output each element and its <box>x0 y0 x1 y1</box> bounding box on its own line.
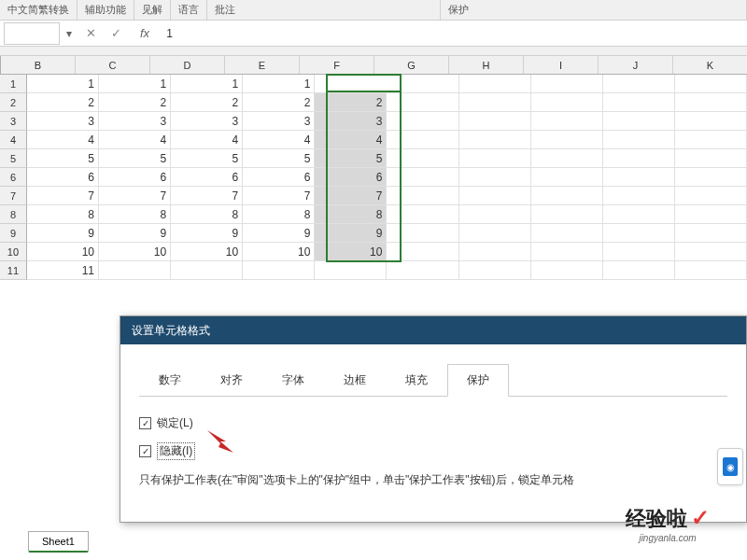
col-header-F[interactable]: F <box>300 56 374 74</box>
ribbon-group-insights[interactable]: 见解 <box>134 0 171 21</box>
cell[interactable]: 1 <box>99 75 171 93</box>
cell[interactable] <box>387 243 458 261</box>
cell[interactable]: 6 <box>99 168 171 187</box>
confirm-icon[interactable]: ✓ <box>111 26 121 40</box>
cell[interactable] <box>531 261 603 280</box>
cell[interactable]: 4 <box>27 131 99 149</box>
cell[interactable] <box>675 75 747 93</box>
cell[interactable] <box>387 224 458 243</box>
row-header-4[interactable]: 4 <box>0 131 27 149</box>
cell[interactable] <box>603 243 675 261</box>
cell[interactable]: 3 <box>27 112 99 131</box>
sheet-tab-1[interactable]: Sheet1 <box>28 531 89 553</box>
cell[interactable] <box>459 75 531 93</box>
cell[interactable] <box>603 93 675 112</box>
cell[interactable] <box>531 112 603 131</box>
cell[interactable]: 3 <box>171 112 243 131</box>
cell[interactable] <box>459 205 531 224</box>
cell[interactable]: 7 <box>315 187 387 205</box>
ribbon-group-protect[interactable]: 保护 <box>441 0 747 21</box>
cell[interactable]: 2 <box>171 93 243 112</box>
col-header-K[interactable]: K <box>673 56 747 74</box>
tab-align[interactable]: 对齐 <box>201 364 262 397</box>
cell[interactable]: 1 <box>315 75 387 93</box>
cell[interactable]: 5 <box>315 149 387 168</box>
cell[interactable]: 6 <box>171 168 243 187</box>
cell[interactable] <box>675 187 747 205</box>
row-header-5[interactable]: 5 <box>0 149 27 168</box>
cell[interactable] <box>675 205 747 224</box>
cell[interactable] <box>603 131 675 149</box>
cell[interactable] <box>603 224 675 243</box>
cell[interactable] <box>459 112 531 131</box>
cell[interactable]: 9 <box>171 224 243 243</box>
cell[interactable]: 7 <box>27 187 99 205</box>
cell[interactable] <box>531 149 603 168</box>
col-header-G[interactable]: G <box>374 56 449 74</box>
cell[interactable]: 8 <box>243 205 315 224</box>
cell[interactable]: 1 <box>171 75 243 93</box>
tab-font[interactable]: 字体 <box>262 364 324 397</box>
cell[interactable] <box>459 261 531 280</box>
cell[interactable] <box>675 131 747 149</box>
hide-checkbox[interactable]: ✓ <box>139 445 151 457</box>
cell[interactable]: 9 <box>315 224 387 243</box>
cell[interactable]: 10 <box>171 243 243 261</box>
cell[interactable]: 2 <box>99 93 171 112</box>
cell[interactable]: 9 <box>243 224 315 243</box>
cell[interactable] <box>171 261 243 280</box>
row-header-6[interactable]: 6 <box>0 168 27 187</box>
row-header-3[interactable]: 3 <box>0 112 27 131</box>
cell[interactable] <box>387 205 458 224</box>
cell[interactable]: 2 <box>315 93 387 112</box>
name-box[interactable] <box>4 22 60 45</box>
cell[interactable]: 5 <box>243 149 315 168</box>
cell[interactable]: 3 <box>315 112 387 131</box>
cell[interactable] <box>459 187 531 205</box>
row-header-9[interactable]: 9 <box>0 224 27 243</box>
cell[interactable] <box>675 261 747 280</box>
cell[interactable]: 5 <box>27 149 99 168</box>
row-header-10[interactable]: 10 <box>0 243 27 261</box>
cell[interactable] <box>675 224 747 243</box>
cell[interactable]: 4 <box>315 131 387 149</box>
cell[interactable]: 9 <box>99 224 171 243</box>
cell[interactable] <box>459 243 531 261</box>
cell[interactable] <box>603 149 675 168</box>
col-header-I[interactable]: I <box>524 56 599 74</box>
cell[interactable]: 8 <box>27 205 99 224</box>
cell[interactable] <box>387 75 458 93</box>
cell[interactable] <box>243 261 315 280</box>
cell[interactable]: 2 <box>243 93 315 112</box>
cell[interactable] <box>99 261 171 280</box>
cell[interactable]: 10 <box>27 243 99 261</box>
cell[interactable] <box>459 93 531 112</box>
cell[interactable]: 6 <box>315 168 387 187</box>
cell[interactable] <box>387 131 458 149</box>
cell[interactable]: 2 <box>27 93 99 112</box>
cell[interactable]: 3 <box>99 112 171 131</box>
cell[interactable]: 8 <box>171 205 243 224</box>
ribbon-group-accessibility[interactable]: 辅助功能 <box>78 0 134 21</box>
tab-border[interactable]: 边框 <box>324 364 386 397</box>
cell[interactable] <box>387 168 458 187</box>
cell[interactable] <box>675 168 747 187</box>
cell[interactable]: 11 <box>27 261 99 280</box>
cell[interactable] <box>675 93 747 112</box>
cell[interactable] <box>387 261 458 280</box>
cell[interactable] <box>459 131 531 149</box>
cell[interactable] <box>315 261 387 280</box>
cell[interactable]: 4 <box>243 131 315 149</box>
cell[interactable] <box>531 205 603 224</box>
cell[interactable]: 5 <box>171 149 243 168</box>
cell[interactable]: 8 <box>315 205 387 224</box>
cell[interactable]: 4 <box>171 131 243 149</box>
cell[interactable] <box>531 187 603 205</box>
ribbon-group-comments[interactable]: 批注 <box>207 0 441 21</box>
cell[interactable] <box>675 149 747 168</box>
row-header-8[interactable]: 8 <box>0 205 27 224</box>
cell[interactable] <box>531 93 603 112</box>
cell[interactable] <box>387 149 458 168</box>
cell[interactable] <box>603 261 675 280</box>
row-header-7[interactable]: 7 <box>0 187 27 205</box>
